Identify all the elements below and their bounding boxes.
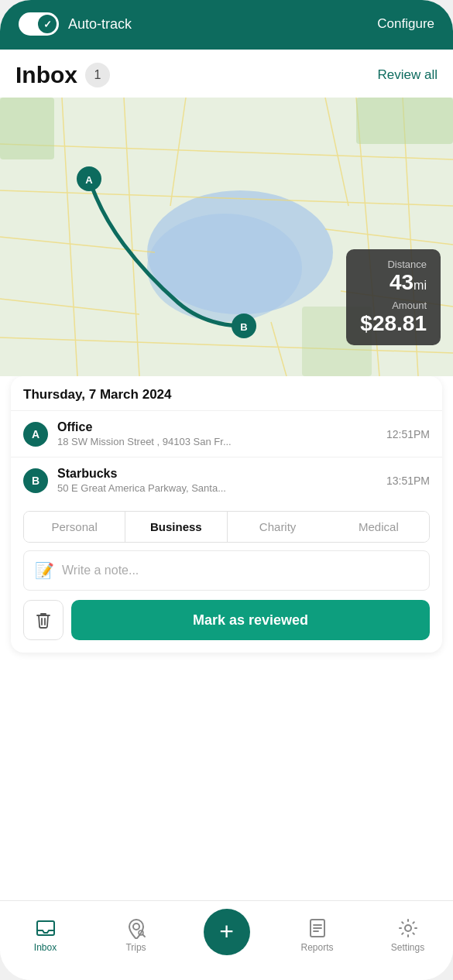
inbox-icon <box>35 917 57 939</box>
note-placeholder: Write a note... <box>62 564 139 577</box>
mark-reviewed-button[interactable]: Mark as reviewed <box>71 600 430 640</box>
nav-label-trips: Trips <box>125 942 146 953</box>
plus-icon: + <box>219 919 234 944</box>
category-tab-business[interactable]: Business <box>125 512 227 542</box>
inbox-title: Inbox <box>15 62 77 88</box>
svg-rect-18 <box>356 98 453 144</box>
inbox-title-group: Inbox 1 <box>15 62 110 88</box>
destination-marker: B <box>23 468 48 493</box>
map-stats-overlay: Distance 43mi Amount $28.81 <box>346 249 441 345</box>
category-tabs: Personal Business Charity Medical <box>23 511 430 543</box>
destination-time: 13:51PM <box>386 475 430 487</box>
amount-value: $28.81 <box>360 311 427 336</box>
origin-marker: A <box>23 422 48 447</box>
inbox-count-badge: 1 <box>85 63 110 87</box>
trips-icon <box>125 917 147 939</box>
svg-rect-17 <box>0 98 54 159</box>
settings-icon <box>397 917 419 939</box>
svg-point-27 <box>133 923 139 930</box>
origin-time: 12:51PM <box>386 428 430 440</box>
reports-icon <box>307 917 328 939</box>
origin-info: Office 18 SW Mission Street , 94103 San … <box>57 420 386 447</box>
nav-item-trips[interactable]: Trips <box>109 917 163 953</box>
nav-label-reports: Reports <box>300 942 333 953</box>
trash-icon <box>35 611 52 629</box>
svg-text:B: B <box>240 321 247 333</box>
origin-row: A Office 18 SW Mission Street , 94103 Sa… <box>11 410 442 457</box>
svg-point-2 <box>147 214 302 322</box>
amount-label: Amount <box>360 300 427 311</box>
distance-label: Distance <box>360 259 427 270</box>
destination-row: B Starbucks 50 E Great America Parkway, … <box>11 457 442 503</box>
inbox-header: Inbox 1 Review all <box>0 50 453 98</box>
note-icon: 📝 <box>35 561 54 580</box>
category-tab-charity[interactable]: Charity <box>228 512 328 542</box>
nav-item-inbox[interactable]: Inbox <box>19 917 73 953</box>
category-tab-personal[interactable]: Personal <box>24 512 125 542</box>
header: Auto-track Configure <box>0 0 453 50</box>
auto-track-toggle[interactable] <box>19 12 59 36</box>
destination-name: Starbucks <box>57 467 386 481</box>
trip-card: Thursday, 7 March 2024 A Office 18 SW Mi… <box>11 376 442 653</box>
note-input-row[interactable]: 📝 Write a note... <box>23 550 430 591</box>
distance-value: 43mi <box>360 270 427 295</box>
nav-label-settings: Settings <box>391 942 424 953</box>
add-button[interactable]: + <box>204 909 250 955</box>
destination-info: Starbucks 50 E Great America Parkway, Sa… <box>57 467 386 494</box>
bottom-nav: Inbox Trips + Reports <box>0 900 453 980</box>
nav-item-reports[interactable]: Reports <box>290 917 345 953</box>
svg-line-29 <box>142 934 145 937</box>
action-row: Mark as reviewed <box>23 600 430 640</box>
review-all-button[interactable]: Review all <box>378 67 438 83</box>
nav-item-add[interactable]: + <box>200 909 254 961</box>
auto-track-group: Auto-track <box>19 12 132 36</box>
nav-item-settings[interactable]: Settings <box>381 917 435 953</box>
map: A B Distance 43mi Amount $28.81 <box>0 98 453 376</box>
auto-track-label: Auto-track <box>68 16 132 33</box>
origin-name: Office <box>57 420 386 434</box>
delete-button[interactable] <box>23 600 63 640</box>
destination-address: 50 E Great America Parkway, Santa... <box>57 482 386 494</box>
configure-button[interactable]: Configure <box>377 16 434 32</box>
category-tab-medical[interactable]: Medical <box>328 512 429 542</box>
trip-date: Thursday, 7 March 2024 <box>11 376 442 410</box>
origin-address: 18 SW Mission Street , 94103 San Fr... <box>57 436 386 447</box>
nav-label-inbox: Inbox <box>34 942 57 953</box>
toggle-knob <box>38 15 57 33</box>
svg-point-34 <box>405 925 411 931</box>
svg-text:A: A <box>85 174 93 186</box>
